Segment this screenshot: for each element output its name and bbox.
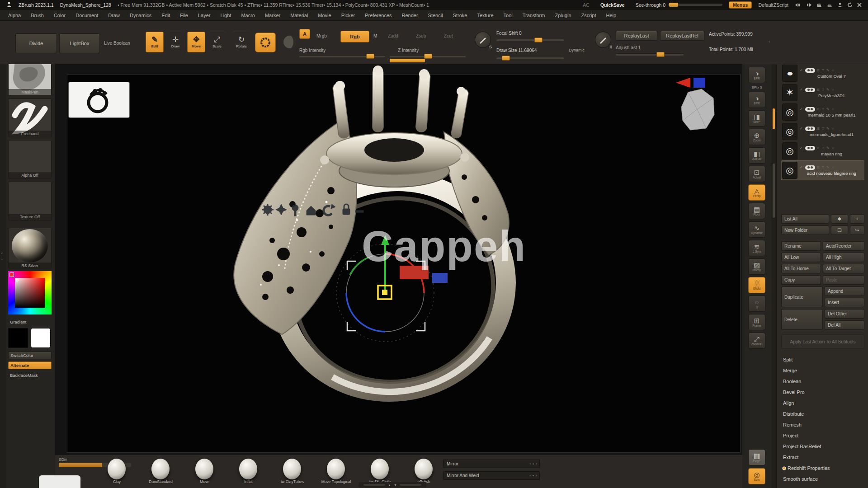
edit-button[interactable]: ✎ Edit <box>146 32 164 52</box>
shelf-tool-button[interactable]: ▤ Floor <box>748 203 765 219</box>
all-high-button[interactable]: All High <box>823 253 864 262</box>
menu-item[interactable]: Movie <box>318 13 331 18</box>
spinner-icon[interactable]: ‹ ▪ › <box>529 462 538 466</box>
shelf-tool-button[interactable]: ≋ L.Sym <box>748 240 765 256</box>
shelf-tool-button[interactable]: ◎ Solo <box>748 468 765 484</box>
menu-item[interactable]: Brush <box>31 13 44 18</box>
menu-item[interactable]: Marker <box>265 13 280 18</box>
zcut-button[interactable]: Zcut <box>444 33 453 38</box>
rotate-button[interactable]: ↻ Rotate <box>232 32 250 52</box>
menu-item[interactable]: Document <box>75 13 98 18</box>
shelf-tool-button[interactable]: ⊡ Actual <box>748 166 765 182</box>
menu-item[interactable]: Light <box>221 13 231 18</box>
auto-masking-button[interactable]: A <box>299 29 310 39</box>
menu-item[interactable]: Material <box>290 13 308 18</box>
subtool-sculpt-icon[interactable]: ✎ <box>826 107 830 111</box>
subtool-section-item[interactable]: Align <box>781 398 864 408</box>
switch-color-button[interactable]: SwitchColor <box>8 352 52 359</box>
subtool-visibility-icon[interactable] <box>805 68 815 73</box>
current-stroke-tile[interactable]: Freehand <box>8 99 52 137</box>
star-select-button[interactable]: ✱ <box>831 214 848 224</box>
append-button[interactable]: Append <box>825 286 864 296</box>
add-subtool-button[interactable]: + <box>850 214 864 224</box>
all-to-home-button[interactable]: All To Home <box>781 264 821 273</box>
subtool-uv-icon[interactable]: T <box>822 107 824 111</box>
subtool-uv-icon[interactable]: T <box>822 146 824 150</box>
subtool-item[interactable]: ◎ ✓ E T ✎ ○ mermaid 10 5 mm pearl1 <box>781 103 864 122</box>
subtool-polypaint-icon[interactable]: E <box>817 127 820 131</box>
del-other-button[interactable]: Del Other <box>825 309 864 319</box>
subtool-ghost-icon[interactable]: ○ <box>832 127 834 131</box>
menu-item[interactable]: Color <box>54 13 66 18</box>
all-low-button[interactable]: All Low <box>781 253 821 262</box>
all-to-target-button[interactable]: All To Target <box>823 264 864 273</box>
shelf-tool-button[interactable]: ◑ BPR <box>748 92 765 108</box>
subtool-ghost-icon[interactable]: ○ <box>832 88 834 92</box>
lightbox-button[interactable]: LightBox <box>59 33 100 53</box>
menu-item[interactable]: Dynamics <box>130 13 151 18</box>
subtool-polypaint-icon[interactable]: E <box>817 88 820 92</box>
quicksave-button[interactable]: QuickSave <box>596 1 629 9</box>
subtool-section-item[interactable]: Bevel Pro <box>781 387 864 398</box>
alternate-button[interactable]: Alternate <box>8 361 52 369</box>
secondary-color-swatch[interactable] <box>31 328 51 348</box>
subtool-uv-icon[interactable]: T <box>822 127 824 131</box>
replay-last-button[interactable]: ReplayLast <box>616 31 657 41</box>
menu-item[interactable]: File <box>180 13 188 18</box>
quick-brush-button[interactable]: DamStandard <box>139 457 183 487</box>
subtool-check-icon[interactable]: ✓ <box>800 146 803 150</box>
gyro-sphere-icon[interactable] <box>282 34 297 52</box>
list-all-button[interactable]: List All <box>781 214 829 224</box>
hand-tool-icon[interactable] <box>816 2 822 8</box>
subtool-visibility-icon[interactable] <box>805 88 815 92</box>
shelf-tool-button[interactable]: ◨ SelfP <box>748 110 765 127</box>
copy-button[interactable]: Copy <box>781 275 821 285</box>
current-alpha-tile[interactable]: Alpha Off <box>8 140 52 179</box>
mrgb-button[interactable]: Mrgb <box>316 33 327 38</box>
pan-left-icon[interactable] <box>795 3 801 7</box>
current-material-tile[interactable]: RS Silver <box>8 228 52 269</box>
shelf-tool-button[interactable]: ◌ Q <box>748 296 765 312</box>
subtool-visibility-icon[interactable] <box>805 146 815 150</box>
move-button[interactable]: ✥ Move <box>187 32 205 52</box>
subtool-thumbnail[interactable]: ◎ <box>782 162 797 179</box>
subtool-sculpt-icon[interactable]: ✎ <box>826 68 830 72</box>
subtool-visibility-icon[interactable] <box>805 127 815 131</box>
subtool-sculpt-icon[interactable]: ✎ <box>826 146 830 150</box>
new-folder-button[interactable]: New Folder <box>781 225 829 235</box>
pager-up-icon[interactable]: ▲ <box>388 483 391 487</box>
subtool-section-item[interactable]: Project <box>781 430 864 441</box>
subtool-thumbnail[interactable]: ◎ <box>782 103 797 121</box>
paste-button[interactable]: Paste <box>823 275 864 285</box>
subtool-uv-icon[interactable]: T <box>822 165 824 169</box>
subtool-section-item[interactable]: Distribute <box>781 408 864 419</box>
menu-item[interactable]: Preferences <box>365 13 392 18</box>
menu-item[interactable]: Draw <box>108 13 120 18</box>
replay-dial[interactable]: 0 <box>595 32 611 48</box>
subtool-check-icon[interactable]: ✓ <box>800 127 803 131</box>
subtool-item[interactable]: ● ✓ E T ✎ ○ Custom Oval 7 <box>781 64 864 83</box>
subtool-sculpt-icon[interactable]: ✎ <box>826 127 830 131</box>
menu-item[interactable]: Edit <box>161 13 170 18</box>
menu-item[interactable]: Zscript <box>581 13 596 18</box>
shelf-pager[interactable]: ▲ ▼ <box>359 482 426 488</box>
live-boolean-button[interactable]: Live Boolean <box>104 41 130 46</box>
subtool-thumbnail[interactable]: ✶ <box>782 84 797 101</box>
rgb-button[interactable]: Rgb <box>340 31 369 42</box>
draw-button[interactable]: ✛ Draw <box>166 32 184 52</box>
subtool-ghost-icon[interactable]: ○ <box>832 107 834 111</box>
main-color-swatch[interactable] <box>8 328 28 348</box>
subtool-ghost-icon[interactable]: ○ <box>832 165 834 169</box>
quick-brush-button[interactable]: Move <box>183 457 226 487</box>
subtool-visibility-icon[interactable] <box>805 165 815 170</box>
replay-last-rel-button[interactable]: ReplayLastRel <box>660 31 704 41</box>
subtool-check-icon[interactable]: ✓ <box>800 88 803 92</box>
subtool-section-item[interactable]: Merge <box>781 365 864 376</box>
quick-brush-button[interactable]: Inflat <box>226 457 270 487</box>
subtool-uv-icon[interactable]: T <box>822 68 824 72</box>
duplicate-button[interactable]: Duplicate <box>781 286 823 307</box>
divide-button[interactable]: Divide <box>15 33 57 53</box>
subtool-scroll-indicator[interactable] <box>773 108 775 129</box>
subtool-ghost-icon[interactable]: ○ <box>832 146 834 150</box>
z-intensity-slider[interactable] <box>390 55 466 57</box>
